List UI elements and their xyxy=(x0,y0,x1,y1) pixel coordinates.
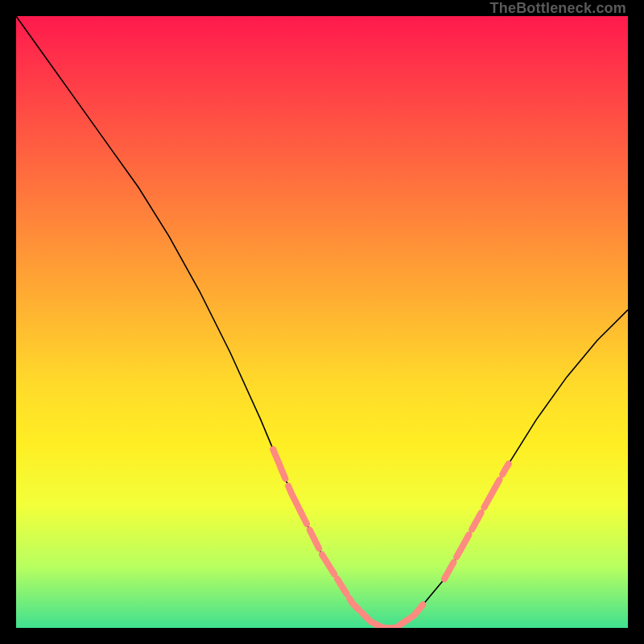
highlight-segment xyxy=(310,530,319,548)
highlight-segment xyxy=(484,480,499,507)
highlight-segment xyxy=(414,605,423,616)
watermark-text: TheBottleneck.com xyxy=(490,0,626,17)
bottleneck-curve xyxy=(16,16,628,628)
chart-stage: TheBottleneck.com xyxy=(0,0,644,644)
highlight-segment xyxy=(349,599,358,610)
highlight-segment xyxy=(472,513,481,530)
highlight-segment xyxy=(456,535,469,557)
highlight-segment xyxy=(502,464,509,474)
highlight-segments xyxy=(273,449,509,628)
highlight-segment xyxy=(398,617,411,625)
highlight-segment xyxy=(444,563,453,580)
highlight-segment xyxy=(337,579,346,593)
highlight-segment xyxy=(322,555,334,574)
curve-svg xyxy=(16,16,628,628)
highlight-segment xyxy=(273,449,285,479)
highlight-segment xyxy=(374,623,386,628)
highlight-segment xyxy=(288,486,307,524)
highlight-segment xyxy=(361,613,370,621)
plot-area xyxy=(16,16,628,628)
